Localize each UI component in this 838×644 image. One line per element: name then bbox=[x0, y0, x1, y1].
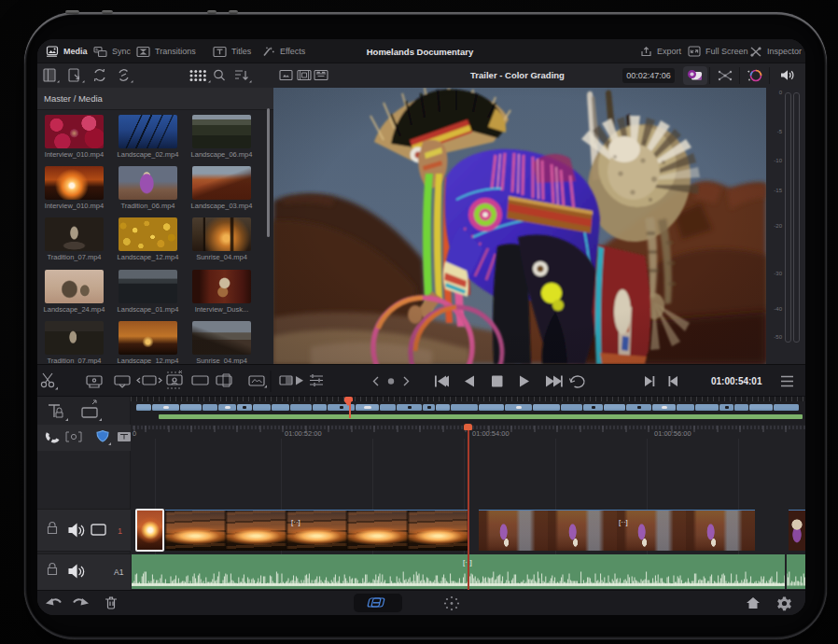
svg-text:1: 1 bbox=[118, 526, 122, 536]
svg-text:A1: A1 bbox=[114, 567, 124, 577]
